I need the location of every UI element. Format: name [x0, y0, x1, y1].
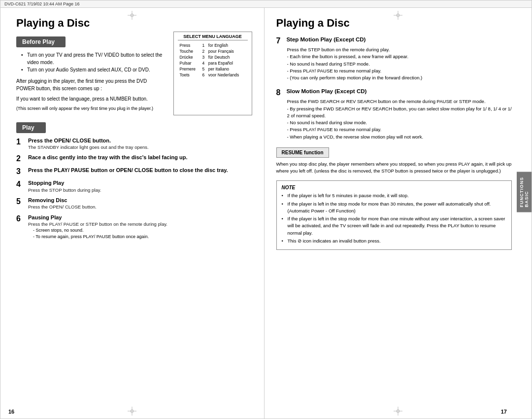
select-menu-row: Drücke3für Deutsch	[179, 55, 247, 60]
step-desc: Press the OPEN/ CLOSE button.	[28, 204, 252, 210]
note-item: If the player is left for 5 minutes in p…	[282, 192, 507, 199]
step-title: Stopping Play	[28, 179, 252, 186]
before-play-header: Before Play	[16, 36, 66, 47]
screen-note-text: (This screen will only appear the very f…	[16, 105, 164, 112]
play-step: 4 Stopping PlayPress the STOP button dur…	[16, 179, 252, 193]
select-menu-row: Premere5per Italiano	[179, 67, 247, 71]
page-num-left: 16	[8, 409, 14, 415]
play-header: Play	[16, 122, 46, 133]
select-menu-row: Touche2pour Français	[179, 49, 247, 54]
right-step-desc: Press the STEP button on the remote duri…	[276, 46, 512, 53]
step-title: Press the PLAY/ PAUSE button or OPEN/ CL…	[28, 167, 252, 174]
select-menu-table: Press1for EnglishTouche2pour FrançaisDrü…	[178, 42, 248, 78]
select-num: 2	[201, 49, 206, 54]
bullet-item: Turn on your Audio System and select AUX…	[21, 66, 164, 73]
note-item: If the player is left in the stop mode f…	[282, 215, 507, 237]
right-steps-container: 7 Step Motion Play (Except CD) Press the…	[276, 36, 512, 140]
select-lang: voor Nederlands	[207, 72, 247, 77]
crosshair-top	[128, 11, 136, 20]
before-play-bullets: Turn on your TV and press the TV/ VIDEO …	[16, 51, 164, 73]
select-language-text: If you want to select the language, pres…	[16, 95, 164, 103]
crosshair-bottom-left	[128, 407, 136, 416]
play-steps-list: 1 Press the OPEN/ CLOSE button.The STAND…	[16, 137, 252, 240]
top-bar: DVD-C621 7/19/02 10:44 AM Page 16	[0, 0, 532, 8]
select-num: 5	[201, 67, 206, 71]
right-page: Playing a Disc 7 Step Motion Play (Excep…	[265, 8, 532, 419]
select-lang: für Deutsch	[207, 55, 247, 60]
bullet-item: Turn on your TV and press the TV/ VIDEO …	[21, 51, 164, 66]
select-lang: pour Français	[207, 49, 247, 54]
right-step-dash: - Each time the button is pressed, a new…	[276, 53, 512, 60]
step-number: 2	[16, 154, 25, 163]
right-step-dash: - (You can only perform step motion play…	[276, 74, 512, 81]
select-word: Drücke	[179, 55, 200, 60]
step-dash: - To resume again, press PLAY/ PAUSE but…	[28, 234, 252, 240]
step-desc: Press the PLAY/ PAUSE or STEP button on …	[28, 221, 252, 227]
select-lang: per Italiano	[207, 67, 247, 71]
select-word: Press	[179, 43, 200, 48]
right-step-desc: Press the FWD SEARCH or REV SEARCH butto…	[276, 98, 512, 105]
top-bar-text: DVD-C621 7/19/02 10:44 AM Page 16	[4, 1, 80, 6]
right-step-dash: - Press PLAY/ PAUSE to resume normal pla…	[276, 68, 512, 74]
play-step: 3 Press the PLAY/ PAUSE button or OPEN/ …	[16, 167, 252, 176]
note-item: This ⊘ icon indicates an invalid button …	[282, 238, 507, 244]
play-section: Play 1 Press the OPEN/ CLOSE button.The …	[16, 122, 252, 240]
step-desc: Press the STOP button during play.	[28, 187, 252, 193]
step-title: Race a disc gently into the tray with th…	[28, 154, 252, 161]
right-step-header: 7 Step Motion Play (Except CD)	[276, 36, 512, 45]
step-content: Pausing PlayPress the PLAY/ PAUSE or STE…	[28, 214, 252, 240]
select-num: 4	[201, 61, 206, 66]
step-content: Removing DiscPress the OPEN/ CLOSE butto…	[28, 197, 252, 210]
step-content: Press the PLAY/ PAUSE button or OPEN/ CL…	[28, 167, 252, 176]
step-number: 3	[16, 167, 25, 176]
right-step-dash: - By pressing the FWD SEARCH or REV SEAR…	[276, 105, 512, 120]
page-wrapper: DVD-C621 7/19/02 10:44 AM Page 16 Playin…	[0, 0, 532, 419]
right-step-dash: - Press PLAY/ PAUSE to resume normal pla…	[276, 126, 512, 133]
side-tab-text: FUNCTIONSBASIC	[519, 177, 529, 208]
note-item: If the player is left in the stop mode f…	[282, 201, 507, 215]
right-step-number: 7	[276, 36, 281, 45]
note-title: NOTE	[282, 185, 507, 190]
step-content: Press the OPEN/ CLOSE button.The STANDBY…	[28, 137, 252, 151]
step-desc: The STANDBY indicator light goes out and…	[28, 144, 252, 150]
right-step-header: 8 Slow Motion Play (Except CD)	[276, 88, 512, 97]
crosshair-top-right	[394, 11, 402, 20]
right-step-section: 8 Slow Motion Play (Except CD) Press the…	[276, 88, 512, 140]
resume-section: RESUME function When you stop disc play,…	[276, 147, 512, 175]
left-page: Playing a Disc Before Play Turn on your …	[0, 8, 265, 419]
select-menu-row: Pulsar4para Español	[179, 61, 247, 66]
right-step-dash: - No sound is heard during STEP mode.	[276, 61, 512, 68]
note-box: NOTE If the player is left for 5 minutes…	[276, 180, 512, 250]
right-step-title: Step Motion Play (Except CD)	[286, 36, 366, 44]
crosshair-bottom-right	[394, 407, 402, 416]
step-content: Stopping PlayPress the STOP button durin…	[28, 179, 252, 193]
step-content: Race a disc gently into the tray with th…	[28, 154, 252, 163]
select-word: Pulsar	[179, 61, 200, 66]
select-num: 6	[201, 72, 206, 77]
play-step: 2 Race a disc gently into the tray with …	[16, 154, 252, 163]
resume-text: When you stop disc play, the player reme…	[276, 161, 512, 175]
note-list: If the player is left for 5 minutes in p…	[282, 192, 507, 244]
play-step: 6 Pausing PlayPress the PLAY/ PAUSE or S…	[16, 214, 252, 240]
select-lang: para Español	[207, 61, 247, 66]
select-menu-row: Press1for English	[179, 43, 247, 48]
step-number: 4	[16, 179, 25, 193]
step-dash: - Screen stops, no sound.	[28, 227, 252, 234]
step-number: 6	[16, 214, 25, 240]
select-menu-title: SELECT MENU LANGUAGE	[178, 34, 248, 40]
step-title: Removing Disc	[28, 197, 252, 204]
right-step-dash: - When playing a VCD, the reverse slow m…	[276, 134, 512, 140]
right-step-number: 8	[276, 88, 281, 97]
right-step-dash: - No sound is heard during slow mode.	[276, 119, 512, 126]
select-lang: for English	[207, 43, 247, 48]
side-tab: FUNCTIONSBASIC	[517, 172, 532, 212]
resume-header: RESUME function	[276, 147, 329, 158]
page-num-right: 17	[501, 409, 507, 415]
play-step: 5 Removing DiscPress the OPEN/ CLOSE but…	[16, 197, 252, 210]
select-num: 1	[201, 43, 206, 48]
select-word: Premere	[179, 67, 200, 71]
select-menu-row: Toets6voor Nederlands	[179, 72, 247, 77]
select-menu-box: SELECT MENU LANGUAGE Press1for EnglishTo…	[173, 32, 252, 115]
step-title: Pausing Play	[28, 214, 252, 221]
select-word: Toets	[179, 72, 200, 77]
